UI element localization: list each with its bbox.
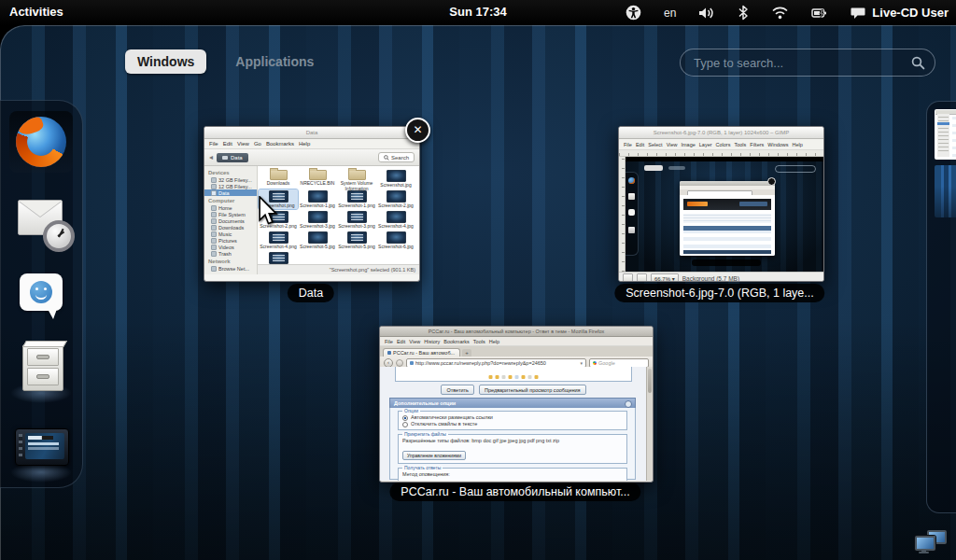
menu-item: View [409, 339, 420, 344]
search-engine-label: Google [598, 360, 615, 366]
workspace-thumbnail-1[interactable] [935, 109, 956, 160]
media-device-icon [15, 428, 69, 466]
horizontal-ruler [619, 150, 823, 157]
sidebar-item: 32 GB Filesy... [204, 176, 257, 183]
window-thumbnail-data[interactable]: Data FileEditViewGoBookmarksHelp ◂ Data … [204, 126, 420, 282]
file-item: Screenshot-5.png [337, 231, 376, 250]
menu-item: Help [299, 141, 310, 147]
page-content: Ответить Предварительный просмотр сообще… [380, 367, 647, 481]
file-name: Screenshot-1.png [337, 203, 376, 209]
search-box [680, 49, 935, 77]
place-icon [211, 177, 217, 183]
workspace-switcher [926, 101, 956, 513]
wifi-icon[interactable] [771, 6, 789, 20]
dash-item-media-device[interactable] [15, 419, 67, 473]
sidebar-item: Data [204, 189, 257, 196]
place-icon [211, 212, 217, 217]
user-menu[interactable]: Live-CD User [851, 6, 949, 20]
firefox-icon [16, 117, 66, 167]
menu-item: Image [681, 142, 695, 147]
preview-button: Предварительный просмотр сообщения [479, 385, 586, 395]
sidebar-item-label: Music [218, 231, 232, 237]
form-buttons: Ответить Предварительный просмотр сообще… [380, 385, 647, 395]
file-item: Screenshot-5.jpg [298, 231, 337, 250]
url-text: http://www.pccar.ru/newreply.php?do=newr… [415, 360, 546, 366]
workspace-thumbnail-2[interactable] [935, 165, 956, 217]
sidebar-header: Network [204, 257, 257, 265]
search-button-label: Search [391, 155, 409, 161]
menu-item: Colors [716, 142, 731, 147]
menu-item: View [667, 142, 678, 147]
close-window-button[interactable]: ✕ [405, 118, 430, 143]
dash-item-evolution[interactable] [15, 192, 67, 246]
file-item: Screenshot-1.png [337, 189, 376, 209]
search-input[interactable] [681, 56, 911, 70]
dash-item-empathy[interactable] [15, 269, 67, 323]
gimp-status-text: Background (5.7 MB) [682, 275, 739, 282]
forward-button [396, 359, 403, 367]
file-icon [347, 231, 367, 244]
tab-applications[interactable]: Applications [223, 49, 326, 74]
keyboard-layout-indicator[interactable]: en [664, 7, 676, 20]
dash-item-firefox[interactable] [15, 115, 67, 169]
fieldset-options: Опции Автоматически размещать ссылки Отк… [398, 411, 627, 430]
file-manager-menubar: FileEditViewGoBookmarksHelp [204, 139, 419, 149]
gimp-status-bar: 66.7% ▾ Background (5.7 MB) [619, 272, 823, 282]
menu-item: History [424, 339, 440, 344]
menu-item: Help [489, 339, 499, 344]
sidebar-header: Computer [204, 196, 257, 204]
gimp-menubar: FileEditSelectViewImageLayerColorsToolsF… [619, 139, 823, 150]
sidebar-header: Devices [204, 168, 257, 176]
dash-item-files[interactable] [15, 340, 67, 394]
accessibility-icon[interactable] [626, 5, 641, 21]
menu-item: Help [793, 142, 803, 147]
file-item: Screenshot-3.jpg [298, 210, 337, 230]
chat-bubble-icon [20, 273, 63, 311]
battery-icon[interactable] [811, 7, 828, 20]
zoom-level: 66.7% [654, 276, 670, 282]
sidebar-item: Downloads [204, 224, 257, 231]
window-thumbnail-gimp[interactable]: Screenshot-6.jpg-7.0 (RGB, 1 layer) 1024… [618, 126, 824, 282]
file-name: Screenshot-4.jpg [376, 224, 415, 230]
mouse-cursor [258, 196, 278, 226]
file-name: Screenshot-6.jpg [376, 245, 415, 250]
volume-icon[interactable] [698, 6, 715, 21]
bluetooth-icon[interactable] [738, 5, 749, 21]
user-name-label: Live-CD User [872, 6, 949, 20]
file-icon [269, 231, 288, 244]
fieldset-text: Разрешённые типы файлов: bmp doc gif jpe… [402, 438, 623, 444]
menu-item: Layer [699, 142, 712, 147]
options-panel: Опции Автоматически размещать ссылки Отк… [389, 408, 636, 480]
file-icon [309, 170, 327, 180]
tab-windows[interactable]: Windows [125, 49, 206, 74]
favicon [387, 351, 391, 355]
window-thumbnail-firefox[interactable]: PCCar.ru - Ваш автомобильный компьютер -… [379, 326, 654, 483]
menu-item: Select [648, 142, 662, 147]
file-name: Screenshot-2.jpg [376, 203, 415, 209]
window-label-firefox: PCCar.ru - Ваш автомобильный компьют... [389, 483, 640, 501]
file-name: Downloads [259, 181, 298, 187]
status-area: en [626, 0, 949, 25]
sidebar-item: Videos [204, 244, 257, 250]
editor-panel [395, 367, 632, 382]
file-name: Screenshot-5.jpg [298, 245, 337, 250]
radio-label: Отключить смайлы в тексте [411, 421, 477, 427]
menu-item: File [385, 339, 393, 344]
menu-item: Tools [473, 339, 485, 344]
computers-tray-icon[interactable] [915, 530, 947, 554]
file-name: NRECYCLE.BIN [298, 181, 337, 187]
google-icon [593, 361, 597, 365]
window-title: PCCar.ru - Ваш автомобильный компьютер -… [380, 327, 653, 337]
tab-strip: PCCar.ru - Ваш автомоб... + [380, 346, 653, 357]
sidebar-item-label: Downloads [218, 225, 244, 231]
file-icon [308, 211, 328, 223]
file-item: Screenshot-4.jpg [376, 210, 415, 230]
status-bar: "Screenshot.png" selected (901.1 KB) [258, 264, 419, 274]
sidebar-item: Trash [204, 250, 257, 257]
file-icon [348, 170, 366, 180]
menu-item: File [209, 141, 218, 147]
place-icon [211, 251, 217, 257]
smiley-icon [30, 281, 52, 303]
reply-button: Ответить [441, 385, 474, 395]
menu-item: Go [254, 141, 261, 147]
